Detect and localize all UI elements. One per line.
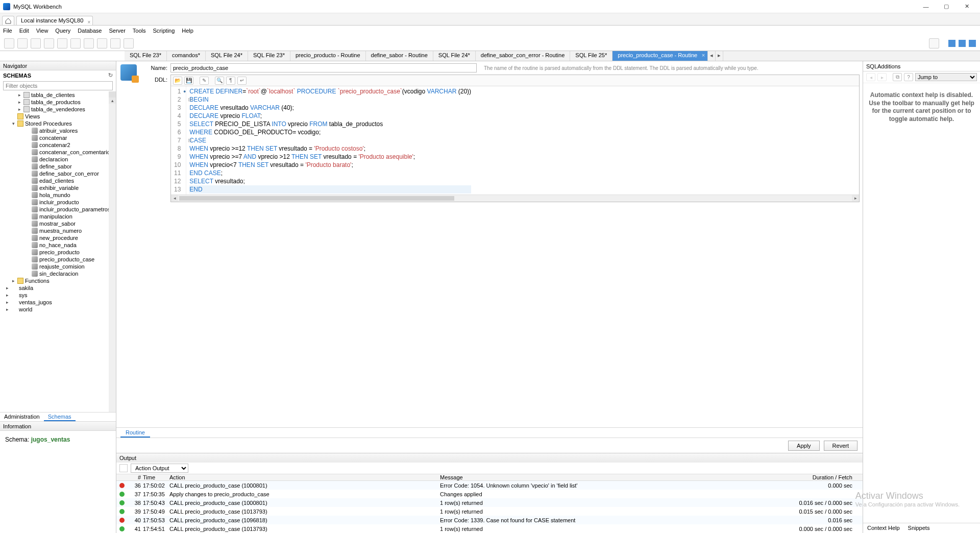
code-editor[interactable]: 12345678910111213 CREATE DEFINER=`root`@… [171, 86, 859, 195]
home-tab[interactable] [2, 16, 14, 25]
tree-procedure[interactable]: declaracion [1, 156, 116, 163]
nav-back-icon[interactable]: ◂ [866, 73, 875, 81]
editor-tab[interactable]: comandos* [167, 51, 206, 61]
menu-help[interactable]: Help [182, 28, 193, 34]
tree-procedure[interactable]: incluir_producto_parametros [1, 206, 116, 213]
tree-schema[interactable]: ▸ventas_jugos [1, 299, 116, 306]
tree-procedure[interactable]: reajuste_comision [1, 263, 116, 270]
editor-tab[interactable]: precio_producto - Routine [290, 51, 366, 61]
tree-schema[interactable]: ▸world [1, 306, 116, 313]
menu-database[interactable]: Database [78, 28, 102, 34]
minimize-button[interactable]: — [916, 0, 936, 13]
code-line[interactable]: DECLARE vprecio FLOAT; [189, 112, 471, 120]
tree-views[interactable]: Views [1, 113, 116, 120]
find-icon[interactable]: 🔍 [215, 77, 224, 85]
code-line[interactable]: END [189, 185, 471, 193]
code-line[interactable]: BEGIN [189, 95, 471, 104]
editor-tab[interactable]: define_sabor_con_error - Routine [476, 51, 571, 61]
output-toggle-icon[interactable] [119, 464, 128, 472]
tree-procedure[interactable]: sin_declaracion [1, 270, 116, 277]
editor-tab[interactable]: SQL File 24* [433, 51, 476, 61]
create-view-button[interactable] [70, 38, 81, 49]
editor-tab[interactable]: SQL File 24* [206, 51, 248, 61]
copy-icon[interactable]: ⧉ [893, 73, 902, 81]
editor-hscroll[interactable]: ◂ ▸ [171, 195, 859, 202]
create-schema-button[interactable] [44, 38, 54, 49]
tree-procedure[interactable]: precio_producto [1, 249, 116, 256]
open-file-icon[interactable]: 📂 [173, 77, 182, 85]
maximize-button[interactable]: ▢ [936, 0, 957, 13]
tab-context-help[interactable]: Context Help [863, 523, 904, 533]
new-sql-tab-button[interactable] [4, 38, 14, 49]
tree-procedure[interactable]: define_sabor_con_error [1, 170, 116, 177]
editor-tab[interactable]: define_sabor - Routine [366, 51, 433, 61]
code-line[interactable]: SELECT vresultado; [189, 177, 471, 185]
inspector-button[interactable] [31, 38, 41, 49]
code-line[interactable]: WHEN vprecio<7 THEN SET vresultado = 'Pr… [189, 161, 471, 169]
close-icon[interactable]: × [87, 18, 90, 27]
output-row[interactable]: 41 17:54:51 CALL precio_producto_case (1… [116, 524, 863, 533]
editor-tab[interactable]: SQL File 25* [570, 51, 612, 61]
toggle-left-panel[interactable] [948, 40, 955, 47]
tab-nav-arrow[interactable]: ◂ [708, 51, 716, 61]
jump-to-select[interactable]: Jump to [915, 73, 977, 81]
menu-file[interactable]: File [3, 28, 12, 34]
tab-administration[interactable]: Administration [0, 413, 44, 421]
code-line[interactable]: DECLARE vresultado VARCHAR (40); [189, 104, 471, 112]
close-icon[interactable]: × [702, 52, 705, 58]
output-row[interactable]: 37 17:50:35 Apply changes to precio_prod… [116, 490, 863, 498]
tree-procedure[interactable]: concatenar [1, 134, 116, 141]
editor-tab[interactable]: precio_producto_case - Routine× [612, 51, 708, 61]
code-line[interactable]: CASE [189, 136, 471, 144]
close-button[interactable]: ✕ [957, 0, 977, 13]
tree-schema[interactable]: ▸sakila [1, 284, 116, 292]
tree-procedure[interactable]: no_hace_nada [1, 241, 116, 249]
output-row[interactable]: 40 17:50:53 CALL precio_producto_case (1… [116, 516, 863, 524]
open-sql-button[interactable] [17, 38, 28, 49]
tab-nav-arrow[interactable]: ▸ [716, 51, 723, 61]
tree-procedure[interactable]: concatenar_con_comentarios [1, 149, 116, 156]
tree-stored-procedures[interactable]: ▾Stored Procedures [1, 120, 116, 127]
toggle-right-panel[interactable] [969, 40, 976, 47]
menu-server[interactable]: Server [109, 28, 125, 34]
menu-view[interactable]: View [36, 28, 48, 34]
beautify-icon[interactable]: ✎ [200, 77, 209, 85]
tree-scrollbar[interactable]: ▴ [109, 91, 116, 412]
output-row[interactable]: 36 17:50:02 CALL precio_producto_case (1… [116, 481, 863, 490]
help-icon[interactable]: ? [904, 73, 913, 81]
refresh-icon[interactable]: ↻ [108, 72, 113, 79]
tab-schemas[interactable]: Schemas [44, 413, 76, 421]
apply-button[interactable]: Apply [788, 441, 820, 451]
output-type-select[interactable]: Action Output [131, 464, 188, 473]
tree-procedure[interactable]: muestra_numero [1, 227, 116, 234]
code-line[interactable]: WHERE CODIGO_DEL_PRODUCTO= vcodigo; [189, 128, 471, 136]
output-row[interactable]: 39 17:50:49 CALL precio_producto_case (1… [116, 507, 863, 516]
tree-table[interactable]: ▸tabla_de_vendedores [1, 106, 116, 113]
editor-tab[interactable]: SQL File 23* [248, 51, 290, 61]
nav-fwd-icon[interactable]: ▸ [877, 73, 887, 81]
routine-name-input[interactable] [170, 63, 477, 72]
code-line[interactable]: CREATE DEFINER=`root`@`localhost` PROCED… [189, 87, 471, 95]
wrap-icon[interactable]: ↵ [237, 77, 247, 85]
editor-tab[interactable]: SQL File 23* [125, 51, 167, 61]
tree-schema[interactable]: ▸sys [1, 292, 116, 299]
tree-procedure[interactable]: edad_clientes [1, 177, 116, 184]
tree-procedure[interactable]: define_sabor [1, 163, 116, 170]
tree-procedure[interactable]: precio_producto_case [1, 256, 116, 263]
code-line[interactable]: SELECT PRECIO_DE_LISTA INTO vprecio FROM… [189, 120, 471, 128]
code-line[interactable]: WHEN vprecio >=7 AND vprecio >12 THEN SE… [189, 153, 471, 161]
filter-input[interactable] [3, 81, 113, 90]
tree-table[interactable]: ▸tabla_de_productos [1, 99, 116, 106]
code-line[interactable]: END CASE; [189, 169, 471, 177]
output-row[interactable]: 38 17:50:43 CALL precio_producto_case (1… [116, 498, 863, 507]
search-table-data-button[interactable] [110, 38, 120, 49]
tree-procedure[interactable]: exhibir_variable [1, 184, 116, 191]
tree-procedure[interactable]: hola_mundo [1, 191, 116, 199]
schema-tree[interactable]: ▴ ▸tabla_de_clientes▸tabla_de_productos▸… [0, 91, 116, 412]
tree-procedure[interactable]: incluir_producto [1, 199, 116, 206]
reconnect-button[interactable] [124, 38, 134, 49]
menu-scripting[interactable]: Scripting [153, 28, 175, 34]
menu-query[interactable]: Query [55, 28, 70, 34]
tree-procedure[interactable]: concatenar2 [1, 141, 116, 149]
create-function-button[interactable] [97, 38, 107, 49]
